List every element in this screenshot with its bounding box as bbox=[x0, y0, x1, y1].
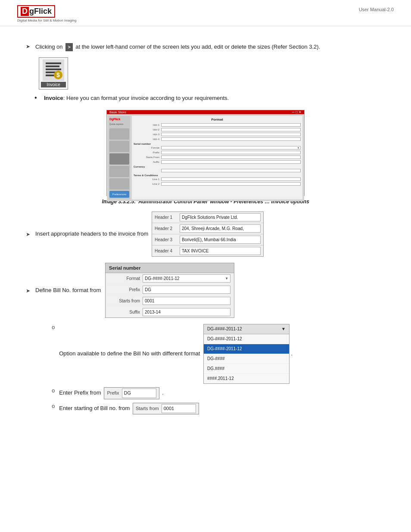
mock-header-2: Hdr-2 bbox=[134, 128, 301, 131]
arrow-symbol-2: ➤ bbox=[26, 231, 32, 237]
dropdown-item-5[interactable]: ####.2011-12 bbox=[204, 374, 289, 383]
ht-label-3: Header 3 bbox=[155, 236, 180, 243]
serial-format-row: Format DG-####-2011-12 ▼ bbox=[106, 273, 234, 284]
dropdown-item-4[interactable]: DG.#### bbox=[204, 364, 289, 374]
nav-button-icon[interactable]: > bbox=[65, 43, 72, 51]
dropdown-arrow-header-icon[interactable]: ▼ bbox=[281, 326, 286, 333]
header-row-3: Header 3 Boriveli(E), Mumbai 66.India bbox=[152, 234, 263, 246]
titlebar-close-controls: ─ □ ✕ bbox=[292, 110, 302, 114]
arrow-text-2: Insert appropriate headers to the invoic… bbox=[35, 212, 385, 257]
mock-currency-row bbox=[134, 169, 301, 172]
dropdown-item-1[interactable]: DG-####-2011-12 bbox=[204, 334, 289, 344]
serial-starts-text: 0001 bbox=[145, 298, 154, 304]
arrow1-text-after: at the lower left-hand corner of the scr… bbox=[75, 44, 320, 50]
bullet-symbol: • bbox=[34, 94, 40, 102]
dropdown-item-2-selected[interactable]: DG-####-2011-12 bbox=[204, 344, 289, 354]
sidebar-item-active bbox=[109, 153, 129, 165]
ht-label-2: Header 2 bbox=[155, 225, 180, 232]
mock-serial-label: Serial number bbox=[134, 143, 301, 145]
screenshot-sidebar: DgFlick Quota express Preferences bbox=[109, 116, 130, 199]
serial-prefix-text: DG bbox=[145, 286, 151, 293]
serial-prefix-label: Prefix bbox=[109, 286, 140, 293]
arrow-text-1: Clicking on > at the lower left-hand cor… bbox=[35, 43, 385, 51]
invoice-description: : Here you can format your invoice accor… bbox=[63, 95, 229, 101]
mock-prefix-row: Prefix bbox=[134, 151, 301, 154]
indent-text-3: Enter starting of Bill no. from Starts f… bbox=[59, 403, 385, 415]
screenshot-titlebar: Bask Store ─ □ ✕ bbox=[107, 110, 304, 114]
serial-suffix-text: 2013-14 bbox=[145, 309, 161, 315]
dropdown-item-3[interactable]: DG-#### bbox=[204, 354, 289, 364]
indent-circle-sym-1: o bbox=[52, 324, 55, 330]
invoice-label-inline: Invoice bbox=[44, 95, 63, 101]
logo-d-letter: D bbox=[21, 7, 29, 16]
arrow-item-3: ➤ Define Bill No. format from Serial num… bbox=[26, 263, 385, 318]
invoice-icon[interactable]: $ Invoice bbox=[39, 57, 68, 90]
screenshot-format-title: Format bbox=[134, 118, 301, 121]
dropdown-screenshot: DG-####-2011-12 ▼ DG-####-2011-12 DG-###… bbox=[202, 324, 290, 384]
arrow-item-1: ➤ Clicking on > at the lower left-hand c… bbox=[26, 43, 385, 51]
invoice-icon-img: $ bbox=[43, 59, 64, 81]
indent1-text-before: Option available to define the Bill No w… bbox=[59, 350, 200, 357]
arrow-text-3: Define Bill No. format from Serial numbe… bbox=[35, 263, 385, 318]
indent-circle-sym-2: o bbox=[52, 387, 55, 394]
screenshot-main-panel: Format Hdr-1 Hdr-2 Hdr-3 bbox=[132, 116, 302, 199]
serial-prefix-row: Prefix DG bbox=[106, 284, 234, 296]
manual-version: User Manual-2.0 bbox=[359, 5, 394, 12]
serial-number-box: Serial number Format DG-####-2011-12 ▼ P… bbox=[105, 263, 234, 318]
arrow-symbol-3: ➤ bbox=[26, 288, 32, 294]
prefix-input-box: Prefix DG bbox=[104, 387, 159, 399]
ht-label-1: Header 1 bbox=[155, 214, 180, 221]
mock-tnc-label: Terms & Conditions bbox=[134, 174, 301, 177]
main-content: ➤ Clicking on > at the lower left-hand c… bbox=[0, 26, 411, 426]
sidebar-item-1 bbox=[109, 128, 129, 140]
logo-gflick-text: gFlick bbox=[29, 7, 52, 16]
ht-value-2[interactable]: 204, Shreeji Arcade, M.G. Road, bbox=[180, 224, 261, 233]
bullet-text-invoice: Invoice: Here you can format your invoic… bbox=[44, 94, 385, 103]
mock-format-row: Format ▼ bbox=[134, 146, 301, 149]
starts-from-label: Starts from bbox=[136, 405, 159, 413]
dropdown-header: DG-####-2011-12 ▼ bbox=[204, 324, 289, 334]
indent2-text-after: . bbox=[162, 389, 164, 396]
mock-header-3: Hdr-3 bbox=[134, 133, 301, 136]
starts-from-value-input[interactable]: 0001 bbox=[162, 404, 196, 414]
serial-format-value[interactable]: DG-####-2011-12 ▼ bbox=[143, 274, 230, 283]
mock-currency-label: Currency bbox=[134, 165, 301, 168]
screenshot-wrap: Bask Store ─ □ ✕ DgFlick Quota express bbox=[26, 110, 385, 205]
mock-tnc-1: Line 1 bbox=[134, 177, 301, 181]
logo-tagline: Digital Media for Still & Motion Imaging bbox=[17, 19, 76, 22]
serial-starts-value[interactable]: 0001 bbox=[143, 297, 230, 305]
starts-from-input-box: Starts from 0001 bbox=[133, 403, 199, 415]
mock-header-1: Hdr-1 bbox=[134, 123, 301, 127]
logo-area: D gFlick Digital Media for Still & Motio… bbox=[17, 5, 76, 22]
admin-control-panel-screenshot: Bask Store ─ □ ✕ DgFlick Quota express bbox=[106, 110, 305, 196]
mock-startsfrom-row: Starts From bbox=[134, 156, 301, 159]
invoice-dollar-symbol: $ bbox=[54, 71, 62, 79]
dropdown-box: DG-####-2011-12 ▼ DG-####-2011-12 DG-###… bbox=[203, 324, 290, 384]
sidebar-logo: DgFlick bbox=[109, 118, 129, 121]
ht-value-3[interactable]: Boriveli(E), Mumbai 66.India bbox=[180, 236, 261, 244]
arrow1-text-before: Clicking on bbox=[35, 44, 63, 50]
sidebar-item-3 bbox=[109, 166, 129, 177]
indent3-text-before: Enter starting of Bill no. from bbox=[59, 405, 130, 411]
ht-value-4[interactable]: TAX INVOICE bbox=[180, 247, 261, 255]
dropdown-header-text: DG-####-2011-12 bbox=[207, 326, 242, 333]
serial-suffix-value[interactable]: 2013-14 bbox=[143, 308, 230, 316]
header-row-2: Header 2 204, Shreeji Arcade, M.G. Road, bbox=[152, 223, 263, 234]
preferences-label: Preferences bbox=[112, 193, 126, 196]
invoice-icon-section: $ Invoice bbox=[39, 57, 385, 90]
header-table-screenshot: Header 1 DgFlick Solutions Private Ltd. … bbox=[150, 212, 264, 257]
prefix-label: Prefix bbox=[107, 389, 119, 397]
preferences-button[interactable]: Preferences bbox=[109, 191, 129, 198]
indent-text-1: Option available to define the Bill No w… bbox=[59, 324, 385, 384]
serial-format-text: DG-####-2011-12 bbox=[145, 275, 180, 282]
sidebar-item-4 bbox=[109, 178, 129, 190]
prefix-value-input[interactable]: DG bbox=[122, 389, 156, 398]
header-table: Header 1 DgFlick Solutions Private Ltd. … bbox=[152, 212, 264, 257]
mock-header-4: Hdr-4 bbox=[134, 137, 301, 141]
serial-prefix-value[interactable]: DG bbox=[143, 286, 230, 294]
serial-starts-row: Starts from 0001 bbox=[106, 296, 234, 307]
page-header: D gFlick Digital Media for Still & Motio… bbox=[0, 0, 411, 26]
dropdown-arrow-icon[interactable]: ▼ bbox=[225, 276, 228, 281]
serial-suffix-label: Suffix bbox=[109, 309, 140, 315]
ht-value-1[interactable]: DgFlick Solutions Private Ltd. bbox=[180, 213, 261, 221]
